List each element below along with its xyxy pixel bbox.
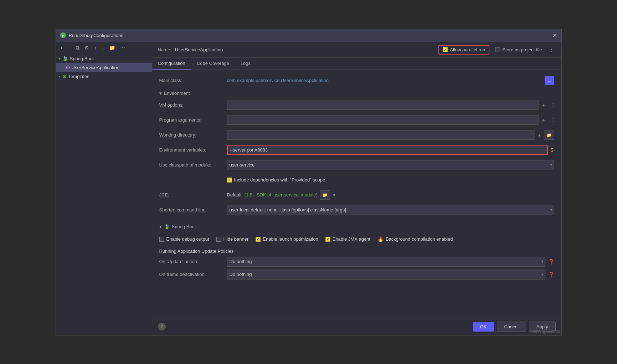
run-debug-dialog: ▶ Run/Debug Configurations ✕ + − ⧉ ⚙ ↑ ↓…	[56, 29, 562, 335]
enable-launch-row: ✓ Enable launch optimization	[256, 236, 318, 242]
jre-sdk-label: (1.8 - SDK of 'user-service' module)	[245, 192, 318, 198]
hide-banner-row: Hide banner	[216, 236, 249, 242]
working-dir-input[interactable]	[227, 130, 535, 140]
spring-boot-checks-row: Enable debug output Hide banner ✓ Enable…	[159, 234, 554, 245]
help-button[interactable]: ?	[158, 323, 166, 330]
hide-banner-label: Hide banner	[223, 236, 249, 242]
dialog-icon: ▶	[60, 32, 66, 38]
program-args-input[interactable]	[227, 116, 539, 125]
env-vars-row: Environment variables: $	[159, 145, 554, 155]
cancel-button[interactable]: Cancel	[497, 322, 526, 332]
enable-launch-label: Enable launch optimization	[263, 236, 318, 242]
remove-config-button[interactable]: −	[67, 44, 72, 51]
add-config-button[interactable]: +	[59, 44, 65, 51]
run-config-icon: ⏻	[66, 65, 70, 70]
background-compilation-label: Background compilation enabled	[386, 236, 453, 242]
jre-value-row: Default (1.8 - SDK of 'user-service' mod…	[227, 192, 318, 198]
include-deps-checkbox[interactable]: ✓	[227, 178, 232, 183]
top-bar-right: ✓ Allow parallel run Store as project fi…	[438, 45, 555, 55]
allow-parallel-option[interactable]: ✓ Allow parallel run	[438, 45, 489, 55]
sidebar-item-spring-boot[interactable]: ▾ 🍃 Spring Boot	[56, 54, 152, 63]
name-row: Name: UserServiceApplication	[158, 47, 223, 52]
on-frame-select-wrapper: Do nothing ▾	[227, 270, 545, 280]
folder-button[interactable]: 📁	[108, 44, 117, 51]
on-frame-help-icon[interactable]: ❓	[548, 272, 554, 277]
title-bar-left: ▶ Run/Debug Configurations	[60, 32, 123, 38]
update-policies-section: Running Application Update Policies On '…	[159, 248, 554, 280]
main-class-value: com.example.userservice.UserServiceAppli…	[227, 78, 545, 83]
move-up-button[interactable]: ↑	[93, 44, 98, 51]
title-bar: ▶ Run/Debug Configurations ✕	[56, 29, 561, 42]
main-class-label: Main class:	[159, 78, 227, 83]
on-frame-select[interactable]: Do nothing	[227, 270, 545, 280]
on-frame-row: On frame deactivation: Do nothing ▾ ❓	[159, 270, 554, 280]
enable-debug-label: Enable debug output	[166, 236, 209, 242]
close-button[interactable]: ✕	[552, 32, 557, 39]
env-vars-actions: $	[550, 147, 554, 154]
spring-boot-section-header: ▾ 🍃 Spring Boot	[159, 224, 554, 229]
copy-config-button[interactable]: ⧉	[74, 44, 81, 52]
main-class-browse-button[interactable]: ...	[545, 76, 554, 85]
main-class-row: Main class: com.example.userservice.User…	[159, 76, 554, 86]
program-args-expand-button[interactable]: ⛶	[548, 117, 554, 124]
enable-jmx-row: ✓ Enable JMX agent	[325, 236, 370, 242]
include-deps-label: Include dependencies with "Provided" sco…	[234, 177, 325, 183]
tab-code-coverage[interactable]: Code Coverage	[191, 58, 235, 70]
on-update-help-icon[interactable]: ❓	[548, 259, 554, 265]
more-options-button[interactable]: ⋮	[548, 46, 556, 53]
templates-label: Templates	[68, 74, 89, 79]
update-policies-label: Running Application Update Policies	[159, 248, 554, 254]
on-update-label: On 'Update' action:	[159, 259, 227, 264]
jre-dropdown-button[interactable]: ▾	[332, 191, 336, 199]
hide-banner-checkbox[interactable]	[216, 237, 221, 242]
expand-arrow-spring-boot: ▾	[59, 57, 61, 61]
working-dir-actions: + 📁	[537, 130, 554, 140]
watermark: CSDN @hrui0706	[531, 330, 560, 334]
sidebar-item-templates[interactable]: ▸ ⚙ Templates	[56, 72, 152, 81]
background-compilation-row: 🔥 Background compilation enabled	[377, 236, 453, 242]
program-args-row: Program arguments: + ⛶	[159, 115, 554, 125]
fire-icon: 🔥	[377, 236, 384, 242]
program-args-add-button[interactable]: +	[541, 117, 545, 124]
enable-launch-checkbox[interactable]: ✓	[256, 237, 261, 242]
main-layout: + − ⧉ ⚙ ↑ ↓ 📁 ⋯ ▾ 🍃 Spring Boot ⏻	[56, 42, 561, 335]
shorten-cmd-select[interactable]: user-local default: none - java [options…	[227, 205, 554, 215]
vm-options-input[interactable]	[227, 101, 539, 110]
vm-options-add-button[interactable]: +	[541, 102, 545, 109]
on-update-row: On 'Update' action: Do nothing ▾ ❓	[159, 257, 554, 267]
allow-parallel-checkbox[interactable]: ✓	[443, 47, 448, 52]
program-args-actions: + ⛶	[541, 117, 554, 124]
more-button[interactable]: ⋯	[119, 44, 127, 51]
working-dir-folder-button[interactable]: 📁	[544, 130, 554, 140]
jre-folder-button[interactable]: 📁	[320, 190, 330, 200]
expand-arrow-templates: ▸	[59, 75, 61, 78]
bottom-bar: ? OK Cancel Apply	[152, 318, 561, 335]
env-vars-input[interactable]	[227, 145, 548, 155]
shorten-cmd-label: Shorten command line:	[159, 207, 227, 212]
settings-button[interactable]: ⚙	[83, 44, 91, 51]
dialog-title: Run/Debug Configurations	[69, 33, 123, 38]
right-panel: Name: UserServiceApplication ✓ Allow par…	[152, 42, 561, 335]
store-project-checkbox[interactable]	[495, 47, 500, 52]
vm-options-expand-button[interactable]: ⛶	[548, 102, 554, 109]
store-project-option[interactable]: Store as project file	[495, 47, 542, 52]
env-vars-dollar-button[interactable]: $	[550, 147, 554, 154]
classpath-select[interactable]: user-service	[227, 160, 554, 170]
ok-button[interactable]: OK	[473, 322, 494, 332]
top-bar: Name: UserServiceApplication ✓ Allow par…	[152, 42, 561, 58]
classpath-select-wrapper: user-service ▾	[227, 160, 554, 170]
spring-boot-section: ▾ 🍃 Spring Boot Enable debug output Hide…	[159, 224, 554, 280]
enable-debug-checkbox[interactable]	[159, 237, 164, 242]
tab-configuration[interactable]: Configuration	[152, 58, 191, 70]
tab-logs[interactable]: Logs	[235, 58, 256, 70]
on-update-select[interactable]: Do nothing	[227, 257, 545, 267]
name-label: Name:	[158, 47, 171, 52]
move-down-button[interactable]: ↓	[100, 44, 106, 51]
env-vars-label: Environment variables:	[159, 147, 227, 153]
templates-icon: ⚙	[62, 74, 67, 79]
divider	[159, 220, 554, 220]
sidebar-item-user-service[interactable]: ⏻ UserServiceApplication	[56, 63, 152, 72]
enable-jmx-checkbox[interactable]: ✓	[325, 237, 330, 242]
on-frame-label: On frame deactivation:	[159, 272, 227, 277]
working-dir-add-button[interactable]: +	[537, 132, 541, 139]
